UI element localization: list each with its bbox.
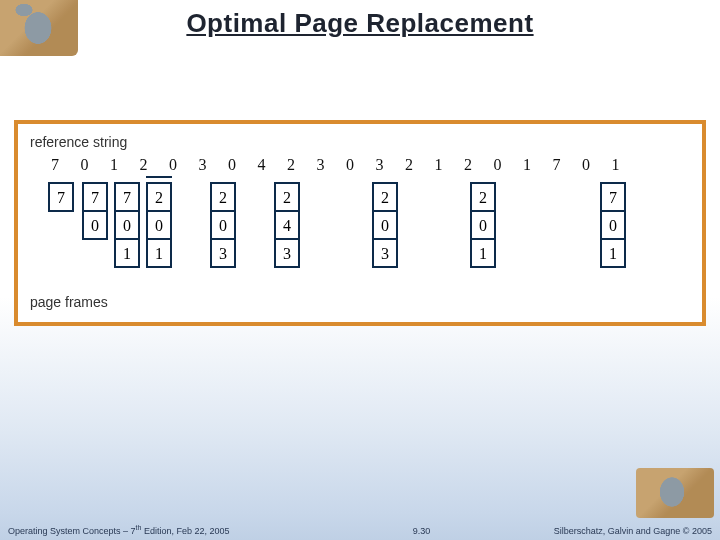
frame-cell	[82, 238, 108, 268]
reference-digit: 0	[166, 156, 180, 174]
frame-cell: 1	[146, 238, 172, 268]
reference-digit: 3	[373, 156, 387, 174]
page-frames-label: page frames	[30, 294, 692, 310]
reference-digit: 0	[343, 156, 357, 174]
footer-left: Operating System Concepts – 7th Edition,…	[8, 524, 229, 536]
reference-digit: 7	[550, 156, 564, 174]
frame-cell: 3	[274, 238, 300, 268]
frame-column: 203	[210, 182, 236, 268]
frame-cell: 1	[470, 238, 496, 268]
reference-digit: 0	[78, 156, 92, 174]
frame-column: 203	[372, 182, 398, 268]
frame-cell: 7	[600, 182, 626, 212]
frame-cell: 0	[372, 210, 398, 240]
reference-digit: 3	[196, 156, 210, 174]
logo-bottom-icon	[636, 468, 714, 518]
frame-cell: 2	[372, 182, 398, 212]
frame-cell: 4	[274, 210, 300, 240]
frame-column: 201	[146, 182, 172, 268]
page-frames-area: 770701201203243203201701	[42, 182, 692, 282]
frame-column: 243	[274, 182, 300, 268]
reference-string-row: 70120304230321201701	[28, 156, 692, 174]
reference-digit: 1	[609, 156, 623, 174]
column-tick	[146, 176, 172, 178]
frame-cell: 1	[600, 238, 626, 268]
frame-column: 701	[114, 182, 140, 268]
reference-digit: 1	[107, 156, 121, 174]
frame-cell: 0	[600, 210, 626, 240]
reference-digit: 1	[520, 156, 534, 174]
frame-cell: 7	[82, 182, 108, 212]
frame-column: 70	[82, 182, 108, 268]
page-title: Optimal Page Replacement	[0, 8, 720, 39]
reference-digit: 2	[461, 156, 475, 174]
frame-cell: 3	[210, 238, 236, 268]
footer-page-number: 9.30	[229, 526, 553, 536]
reference-string-label: reference string	[30, 134, 692, 150]
frame-cell: 2	[146, 182, 172, 212]
frame-cell: 0	[470, 210, 496, 240]
frame-cell: 0	[146, 210, 172, 240]
footer-left-b: Edition, Feb 22, 2005	[141, 526, 229, 536]
frame-cell	[48, 238, 74, 268]
frame-cell: 2	[210, 182, 236, 212]
frame-cell: 0	[114, 210, 140, 240]
frame-cell: 7	[48, 182, 74, 212]
reference-digit: 7	[48, 156, 62, 174]
frame-cell: 2	[470, 182, 496, 212]
frame-cell: 0	[210, 210, 236, 240]
reference-digit: 0	[225, 156, 239, 174]
reference-digit: 2	[284, 156, 298, 174]
reference-digit: 2	[137, 156, 151, 174]
footer-left-a: Operating System Concepts – 7	[8, 526, 136, 536]
reference-digit: 3	[314, 156, 328, 174]
footer: Operating System Concepts – 7th Edition,…	[0, 524, 720, 536]
frame-cell: 0	[82, 210, 108, 240]
frame-column: 7	[48, 182, 74, 268]
reference-digit: 0	[491, 156, 505, 174]
frame-cell: 1	[114, 238, 140, 268]
frame-column: 201	[470, 182, 496, 268]
frame-cell: 3	[372, 238, 398, 268]
frame-cell: 7	[114, 182, 140, 212]
frame-cell: 2	[274, 182, 300, 212]
footer-right: Silberschatz, Galvin and Gagne © 2005	[554, 526, 712, 536]
frame-column: 701	[600, 182, 626, 268]
reference-digit: 2	[402, 156, 416, 174]
reference-digit: 1	[432, 156, 446, 174]
reference-digit: 4	[255, 156, 269, 174]
figure-box: reference string 70120304230321201701 77…	[14, 120, 706, 326]
reference-digit: 0	[579, 156, 593, 174]
frame-cell	[48, 210, 74, 240]
